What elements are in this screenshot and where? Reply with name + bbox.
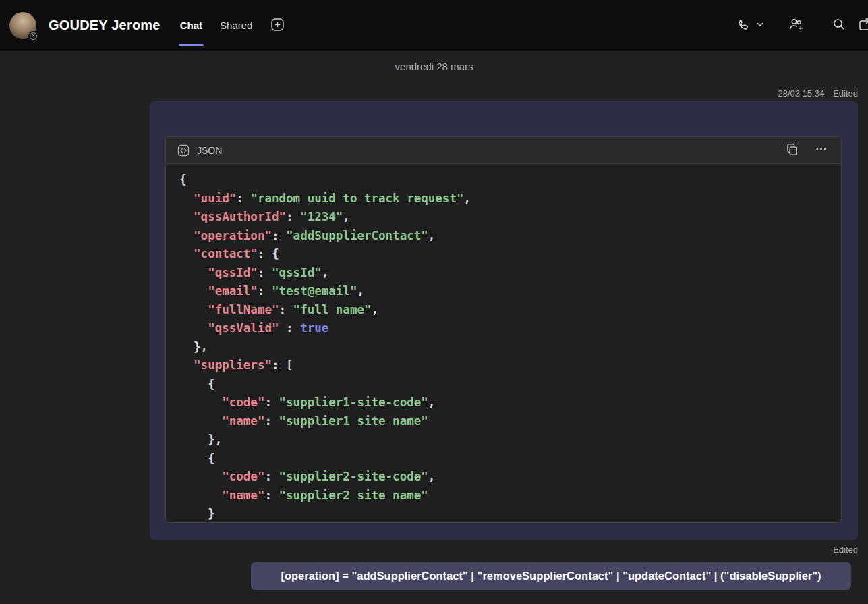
code-line: { [179, 449, 841, 468]
code-block-actions [783, 140, 830, 161]
avatar[interactable]: ✕ [9, 12, 36, 39]
code-line: "uuid": "random uuid to track request", [179, 190, 841, 209]
chat-header: ✕ GOUDEY Jerome Chat Shared [0, 0, 868, 51]
call-options-chevron-icon [756, 20, 764, 30]
code-line: }, [179, 338, 841, 357]
popout-button[interactable] [858, 0, 868, 51]
popout-icon [858, 17, 868, 34]
code-line: "name": "supplier2 site name" [179, 487, 841, 505]
tab-chat-label: Chat [180, 20, 202, 31]
message2-edited-label: Edited [833, 545, 858, 555]
copy-code-button[interactable] [783, 140, 801, 161]
message-meta-row: 28/03 15:34 Edited [778, 88, 858, 99]
message-bubble-operation: [operation] = "addSupplierContact" | "re… [251, 562, 851, 590]
code-line: "suppliers": [ [179, 356, 841, 375]
code-language-label: JSON [197, 145, 222, 156]
chat-message-area: vendredi 28 mars 28/03 15:34 Edited JSON [0, 51, 868, 604]
code-block-header: JSON [166, 137, 841, 164]
code-line: "operation": "addSupplierContact", [179, 227, 841, 246]
active-tab-underline [179, 44, 204, 46]
code-lines: { "uuid": "random uuid to track request"… [166, 164, 841, 522]
add-people-button[interactable] [788, 0, 804, 51]
code-line: "code": "supplier1-site-code", [179, 393, 841, 412]
code-line: "name": "supplier1 site name" [179, 412, 841, 431]
copy-icon [786, 143, 799, 158]
code-line: { [179, 375, 841, 394]
chat-title: GOUDEY Jerome [49, 18, 161, 33]
date-divider: vendredi 28 mars [0, 61, 868, 72]
code-line: "contact": { [179, 245, 841, 264]
more-options-icon [815, 143, 828, 158]
code-more-options-button[interactable] [812, 140, 830, 161]
search-icon [832, 17, 846, 34]
operation-message-text: [operation] = "addSupplierContact" | "re… [281, 570, 821, 582]
code-line: "fullName": "full name", [179, 301, 841, 320]
code-line: "qssValid" : true [179, 319, 841, 338]
presence-blocked-icon: ✕ [28, 31, 38, 41]
add-tab-plus-icon [270, 17, 285, 34]
presence-x-glyph: ✕ [30, 32, 37, 40]
tab-shared[interactable]: Shared [219, 0, 254, 51]
code-line: { [179, 171, 841, 190]
add-people-icon [788, 16, 804, 34]
teams-chat-window: ✕ GOUDEY Jerome Chat Shared [0, 0, 868, 604]
code-line: "code": "supplier2-site-code", [179, 468, 841, 487]
add-tab-button[interactable] [270, 0, 285, 51]
message-edited-label: Edited [833, 88, 858, 99]
code-block: JSON [165, 136, 842, 523]
call-button[interactable] [736, 0, 764, 51]
message-timestamp: 28/03 15:34 [778, 88, 824, 99]
tab-shared-label: Shared [220, 20, 252, 31]
message-bubble-json: JSON [150, 101, 858, 540]
code-line: }, [179, 431, 841, 449]
code-icon [177, 144, 190, 157]
search-button[interactable] [832, 0, 846, 51]
call-icon [736, 18, 750, 34]
code-line: } [179, 505, 841, 522]
code-line: "email": "test@email", [179, 282, 841, 301]
code-line: "qssId": "qssId", [179, 264, 841, 283]
tab-chat[interactable]: Chat [179, 0, 204, 51]
code-line: "qssAuthorId": "1234", [179, 208, 841, 227]
tab-bar: Chat Shared [179, 0, 286, 51]
